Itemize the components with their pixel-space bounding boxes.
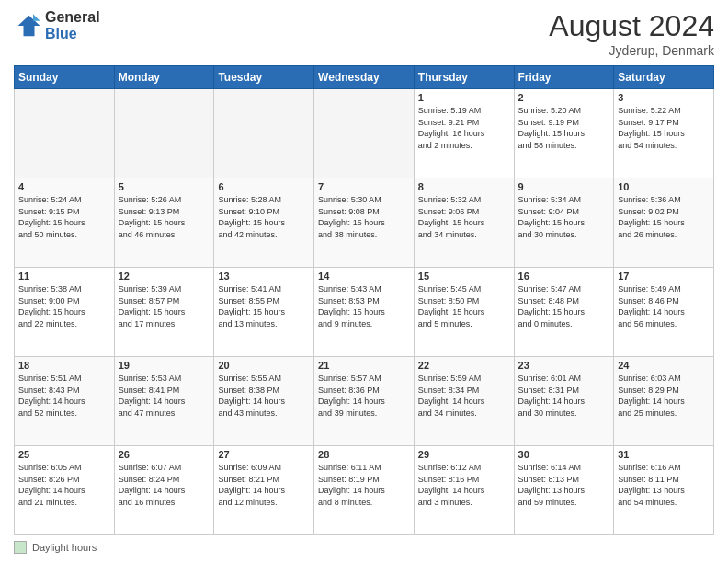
- daylight-legend-box: [14, 541, 27, 554]
- day-info: Sunrise: 5:59 AM Sunset: 8:34 PM Dayligh…: [418, 373, 510, 419]
- calendar-day-cell: 5Sunrise: 5:26 AM Sunset: 9:13 PM Daylig…: [114, 178, 214, 268]
- day-number: 2: [518, 92, 610, 103]
- calendar-day-cell: 24Sunrise: 6:03 AM Sunset: 8:29 PM Dayli…: [614, 357, 714, 446]
- day-number: 6: [218, 181, 310, 192]
- calendar-table: SundayMondayTuesdayWednesdayThursdayFrid…: [14, 65, 714, 535]
- calendar-day-cell: 7Sunrise: 5:30 AM Sunset: 9:08 PM Daylig…: [314, 178, 415, 268]
- day-number: 15: [418, 270, 510, 282]
- calendar-header-row: SundayMondayTuesdayWednesdayThursdayFrid…: [15, 66, 714, 89]
- calendar-day-cell: 22Sunrise: 5:59 AM Sunset: 8:34 PM Dayli…: [414, 357, 514, 446]
- day-info: Sunrise: 5:20 AM Sunset: 9:19 PM Dayligh…: [518, 105, 610, 151]
- day-info: Sunrise: 5:32 AM Sunset: 9:06 PM Dayligh…: [418, 194, 510, 240]
- logo-text: General Blue: [45, 9, 100, 41]
- calendar-day-cell: [314, 89, 415, 178]
- day-info: Sunrise: 5:43 AM Sunset: 8:53 PM Dayligh…: [318, 283, 410, 329]
- day-info: Sunrise: 5:30 AM Sunset: 9:08 PM Dayligh…: [318, 194, 410, 240]
- day-number: 8: [418, 181, 510, 192]
- day-number: 25: [18, 449, 110, 460]
- calendar-header-cell: Wednesday: [314, 66, 415, 89]
- calendar-day-cell: 21Sunrise: 5:57 AM Sunset: 8:36 PM Dayli…: [314, 357, 415, 446]
- day-number: 17: [618, 270, 710, 282]
- day-info: Sunrise: 5:57 AM Sunset: 8:36 PM Dayligh…: [318, 373, 410, 419]
- calendar-day-cell: 11Sunrise: 5:38 AM Sunset: 9:00 PM Dayli…: [15, 268, 115, 357]
- calendar-day-cell: 13Sunrise: 5:41 AM Sunset: 8:55 PM Dayli…: [214, 268, 314, 357]
- day-number: 19: [119, 360, 210, 371]
- calendar-day-cell: 3Sunrise: 5:22 AM Sunset: 9:17 PM Daylig…: [614, 89, 714, 178]
- calendar-day-cell: 18Sunrise: 5:51 AM Sunset: 8:43 PM Dayli…: [15, 357, 115, 446]
- calendar-day-cell: 20Sunrise: 5:55 AM Sunset: 8:38 PM Dayli…: [214, 357, 314, 446]
- day-info: Sunrise: 6:11 AM Sunset: 8:19 PM Dayligh…: [318, 462, 410, 508]
- calendar-week-row: 4Sunrise: 5:24 AM Sunset: 9:15 PM Daylig…: [15, 178, 714, 268]
- day-info: Sunrise: 5:26 AM Sunset: 9:13 PM Dayligh…: [119, 194, 210, 240]
- day-info: Sunrise: 6:14 AM Sunset: 8:13 PM Dayligh…: [518, 462, 610, 508]
- calendar-day-cell: 6Sunrise: 5:28 AM Sunset: 9:10 PM Daylig…: [214, 178, 314, 268]
- day-info: Sunrise: 6:16 AM Sunset: 8:11 PM Dayligh…: [618, 462, 710, 508]
- calendar-header-cell: Saturday: [614, 66, 714, 89]
- calendar-header-cell: Tuesday: [214, 66, 314, 89]
- daylight-legend-label: Daylight hours: [32, 542, 97, 553]
- day-number: 3: [618, 92, 710, 103]
- day-info: Sunrise: 5:55 AM Sunset: 8:38 PM Dayligh…: [218, 373, 310, 419]
- page: General Blue August 2024 Jyderup, Denmar…: [0, 0, 728, 563]
- calendar-day-cell: 8Sunrise: 5:32 AM Sunset: 9:06 PM Daylig…: [414, 178, 514, 268]
- day-info: Sunrise: 5:19 AM Sunset: 9:21 PM Dayligh…: [418, 105, 510, 151]
- calendar-day-cell: 23Sunrise: 6:01 AM Sunset: 8:31 PM Dayli…: [514, 357, 614, 446]
- day-info: Sunrise: 6:05 AM Sunset: 8:26 PM Dayligh…: [18, 462, 110, 508]
- day-info: Sunrise: 6:07 AM Sunset: 8:24 PM Dayligh…: [119, 462, 210, 508]
- calendar-day-cell: 29Sunrise: 6:12 AM Sunset: 8:16 PM Dayli…: [414, 446, 514, 535]
- footer: Daylight hours: [14, 541, 714, 554]
- calendar-header-cell: Friday: [514, 66, 614, 89]
- day-info: Sunrise: 5:39 AM Sunset: 8:57 PM Dayligh…: [119, 283, 210, 329]
- day-info: Sunrise: 5:53 AM Sunset: 8:41 PM Dayligh…: [119, 373, 210, 419]
- day-number: 16: [518, 270, 610, 282]
- day-number: 10: [618, 181, 710, 192]
- calendar-day-cell: 26Sunrise: 6:07 AM Sunset: 8:24 PM Dayli…: [114, 446, 214, 535]
- calendar-day-cell: 15Sunrise: 5:45 AM Sunset: 8:50 PM Dayli…: [414, 268, 514, 357]
- day-number: 7: [318, 181, 410, 192]
- day-info: Sunrise: 5:24 AM Sunset: 9:15 PM Dayligh…: [18, 194, 110, 240]
- day-info: Sunrise: 6:12 AM Sunset: 8:16 PM Dayligh…: [418, 462, 510, 508]
- calendar-day-cell: 31Sunrise: 6:16 AM Sunset: 8:11 PM Dayli…: [614, 446, 714, 535]
- calendar-day-cell: 17Sunrise: 5:49 AM Sunset: 8:46 PM Dayli…: [614, 268, 714, 357]
- location: Jyderup, Denmark: [549, 43, 714, 58]
- calendar-day-cell: 28Sunrise: 6:11 AM Sunset: 8:19 PM Dayli…: [314, 446, 415, 535]
- day-info: Sunrise: 5:28 AM Sunset: 9:10 PM Dayligh…: [218, 194, 310, 240]
- logo: General Blue: [14, 9, 100, 41]
- day-number: 22: [418, 360, 510, 371]
- header: General Blue August 2024 Jyderup, Denmar…: [14, 9, 714, 58]
- day-number: 12: [119, 270, 210, 282]
- calendar-day-cell: 12Sunrise: 5:39 AM Sunset: 8:57 PM Dayli…: [114, 268, 214, 357]
- day-info: Sunrise: 6:01 AM Sunset: 8:31 PM Dayligh…: [518, 373, 610, 419]
- calendar-day-cell: 30Sunrise: 6:14 AM Sunset: 8:13 PM Dayli…: [514, 446, 614, 535]
- day-number: 1: [418, 92, 510, 103]
- calendar-day-cell: 16Sunrise: 5:47 AM Sunset: 8:48 PM Dayli…: [514, 268, 614, 357]
- day-info: Sunrise: 5:41 AM Sunset: 8:55 PM Dayligh…: [218, 283, 310, 329]
- calendar-header-cell: Thursday: [414, 66, 514, 89]
- day-info: Sunrise: 6:09 AM Sunset: 8:21 PM Dayligh…: [218, 462, 310, 508]
- day-number: 28: [318, 449, 410, 460]
- day-info: Sunrise: 5:51 AM Sunset: 8:43 PM Dayligh…: [18, 373, 110, 419]
- calendar-week-row: 25Sunrise: 6:05 AM Sunset: 8:26 PM Dayli…: [15, 446, 714, 535]
- calendar-header-cell: Monday: [114, 66, 214, 89]
- day-info: Sunrise: 5:49 AM Sunset: 8:46 PM Dayligh…: [618, 283, 710, 329]
- calendar-week-row: 11Sunrise: 5:38 AM Sunset: 9:00 PM Dayli…: [15, 268, 714, 357]
- calendar-day-cell: 25Sunrise: 6:05 AM Sunset: 8:26 PM Dayli…: [15, 446, 115, 535]
- calendar-header-cell: Sunday: [15, 66, 115, 89]
- day-info: Sunrise: 5:36 AM Sunset: 9:02 PM Dayligh…: [618, 194, 710, 240]
- day-number: 21: [318, 360, 410, 371]
- calendar-day-cell: 1Sunrise: 5:19 AM Sunset: 9:21 PM Daylig…: [414, 89, 514, 178]
- logo-icon: [14, 12, 41, 40]
- calendar-week-row: 18Sunrise: 5:51 AM Sunset: 8:43 PM Dayli…: [15, 357, 714, 446]
- day-number: 11: [18, 270, 110, 282]
- calendar-day-cell: 14Sunrise: 5:43 AM Sunset: 8:53 PM Dayli…: [314, 268, 415, 357]
- day-number: 31: [618, 449, 710, 460]
- day-number: 14: [318, 270, 410, 282]
- day-info: Sunrise: 5:38 AM Sunset: 9:00 PM Dayligh…: [18, 283, 110, 329]
- calendar-day-cell: 27Sunrise: 6:09 AM Sunset: 8:21 PM Dayli…: [214, 446, 314, 535]
- calendar-day-cell: 9Sunrise: 5:34 AM Sunset: 9:04 PM Daylig…: [514, 178, 614, 268]
- day-number: 29: [418, 449, 510, 460]
- calendar-day-cell: [114, 89, 214, 178]
- calendar-day-cell: 2Sunrise: 5:20 AM Sunset: 9:19 PM Daylig…: [514, 89, 614, 178]
- day-info: Sunrise: 5:34 AM Sunset: 9:04 PM Dayligh…: [518, 194, 610, 240]
- day-info: Sunrise: 5:47 AM Sunset: 8:48 PM Dayligh…: [518, 283, 610, 329]
